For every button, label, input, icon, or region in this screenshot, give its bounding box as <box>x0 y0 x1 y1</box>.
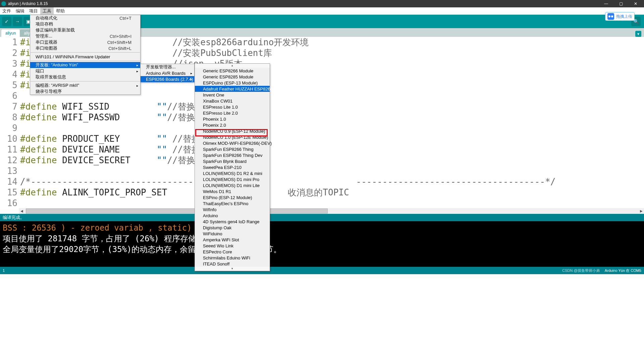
esp-board-item[interactable]: ESPresso Lite 2.0 <box>195 110 270 116</box>
esp-board-item[interactable]: Adafruit Feather HUZZAH ESP8266 <box>195 86 270 92</box>
horizontal-scrollbar[interactable]: ◀ ▶ <box>19 208 644 214</box>
esp-board-item[interactable]: WiFiduino <box>195 231 270 237</box>
tools-item[interactable]: 项目存档 <box>30 21 140 27</box>
esp-board-item[interactable]: Olimex MOD-WIFI-ESP8266(-DEV) <box>195 140 270 146</box>
esp-board-item[interactable]: ESPino (ESP-12 Module) <box>195 194 270 200</box>
esp-board-item[interactable]: XinaBox CW01 <box>195 98 270 104</box>
scrollbar-thumb[interactable] <box>26 208 328 214</box>
line-gutter: 12345678910111213141516 <box>0 37 19 208</box>
drag-upload-badge[interactable]: 拖拽上传 <box>605 12 635 21</box>
boards-item[interactable]: Arduino AVR Boards <box>141 70 194 76</box>
boards-item[interactable]: 开发板管理器... <box>141 64 194 70</box>
esp-board-item[interactable]: Phoenix 1.0 <box>195 116 270 122</box>
esp-board-item[interactable]: NodeMCU 1.0 (ESP-12E Module) <box>195 134 270 140</box>
esp-board-item[interactable]: Invent One <box>195 92 270 98</box>
output-console[interactable]: BSS : 26536 ) - zeroed variab , static) … <box>0 221 644 267</box>
tools-item[interactable]: WiFi101 / WiFiNINA Firmware Updater <box>30 54 140 60</box>
tools-item[interactable]: 串口监视器Ctrl+Shift+M <box>30 39 140 45</box>
tools-item[interactable]: 串口绘图器Ctrl+Shift+L <box>30 45 140 51</box>
arduino-logo-icon <box>1 1 6 6</box>
upload-button[interactable]: → <box>13 17 22 26</box>
esp-board-item[interactable]: ITEAD Sonoff <box>195 261 270 267</box>
esp-board-item[interactable]: Arduino <box>195 213 270 219</box>
esp-board-item[interactable]: LOLIN(WEMOS) D1 mini Lite <box>195 182 270 188</box>
tools-item[interactable]: 修正编码并重新加载 <box>30 27 140 33</box>
window-title: aliyun | Arduino 1.8.15 <box>8 1 602 6</box>
scroll-up-icon[interactable]: ▴ <box>195 64 270 68</box>
esp-board-item[interactable]: ThaiEasyElec's ESPino <box>195 200 270 206</box>
footer-line: 1 <box>3 268 9 273</box>
esp-board-item[interactable]: ESPectro Core <box>195 249 270 255</box>
esp-board-item[interactable]: Amperka WiFi Slot <box>195 237 270 243</box>
esp-board-item[interactable]: ESPDuino (ESP-13 Module) <box>195 80 270 86</box>
scroll-left-icon[interactable]: ◀ <box>19 208 24 214</box>
tools-menu[interactable]: 自动格式化Ctrl+T项目存档修正编码并重新加载管理库...Ctrl+Shift… <box>30 15 141 95</box>
menu-工具[interactable]: 工具 <box>40 7 54 15</box>
esp-board-item[interactable]: Generic ESP8285 Module <box>195 74 270 80</box>
menubar: 文件编辑项目工具帮助 <box>0 7 644 15</box>
tools-item[interactable]: 端口 <box>30 68 140 74</box>
esp-board-item[interactable]: SparkFun Blynk Board <box>195 158 270 164</box>
compile-status: 编译完成。 <box>0 214 644 221</box>
tools-item[interactable]: 取得开发板信息 <box>30 74 140 80</box>
scroll-down-icon[interactable]: ▾ <box>195 267 270 271</box>
esp-board-item[interactable]: SweetPea ESP-210 <box>195 164 270 170</box>
tab-aliyun[interactable]: aliyun <box>1 29 20 37</box>
board-port-status: Arduino Yún 在 COM5 <box>605 268 641 273</box>
esp-board-item[interactable]: Seeed Wio Link <box>195 243 270 249</box>
menu-项目[interactable]: 项目 <box>27 7 40 15</box>
verify-button[interactable]: ✓ <box>2 17 11 26</box>
titlebar: aliyun | Arduino 1.8.15 — ▢ ✕ <box>0 0 644 7</box>
menu-帮助[interactable]: 帮助 <box>54 7 67 15</box>
tools-item[interactable]: 开发板: "Arduino Yún" <box>30 62 140 68</box>
esp-board-item[interactable]: Generic ESP8266 Module <box>195 68 270 74</box>
esp-board-item[interactable]: WifInfo <box>195 206 270 213</box>
cloud-icon <box>607 13 614 20</box>
esp8266-boards-submenu[interactable]: ▴Generic ESP8266 ModuleGeneric ESP8285 M… <box>195 63 270 271</box>
tab-menu-button[interactable]: ▼ <box>635 31 641 37</box>
drag-upload-label: 拖拽上传 <box>616 14 632 19</box>
esp-board-item[interactable]: NodeMCU 0.9 (ESP-12 Module) <box>195 128 270 134</box>
tools-item[interactable]: 编程器: "AVRISP mkII" <box>30 82 140 88</box>
esp-board-item[interactable]: ESPresso Lite 1.0 <box>195 104 270 110</box>
boards-item[interactable]: ESP8266 Boards (2.7.4) <box>141 76 194 82</box>
boards-submenu[interactable]: 开发板管理器...Arduino AVR BoardsESP8266 Board… <box>140 64 195 82</box>
menu-编辑[interactable]: 编辑 <box>13 7 27 15</box>
esp-board-item[interactable]: WeMos D1 R1 <box>195 188 270 194</box>
esp-board-item[interactable]: Phoenix 2.0 <box>195 122 270 128</box>
watermark: CSDN @摸鱼带师小弟 <box>562 268 599 273</box>
footer: 1 CSDN @摸鱼带师小弟 Arduino Yún 在 COM5 <box>0 267 644 274</box>
tools-item[interactable]: 烧录引导程序 <box>30 88 140 95</box>
esp-board-item[interactable]: SparkFun ESP8266 Thing Dev <box>195 152 270 158</box>
maximize-button[interactable]: ▢ <box>616 1 625 6</box>
menu-文件[interactable]: 文件 <box>0 7 13 15</box>
esp-board-item[interactable]: 4D Systems gen4 IoD Range <box>195 219 270 225</box>
esp-board-item[interactable]: LOLIN(WEMOS) D1 R2 & mini <box>195 170 270 176</box>
close-button[interactable]: ✕ <box>631 1 640 6</box>
scroll-right-icon[interactable]: ▶ <box>638 208 644 214</box>
esp-board-item[interactable]: Digistump Oak <box>195 225 270 231</box>
tools-item[interactable]: 自动格式化Ctrl+T <box>30 15 140 21</box>
minimize-button[interactable]: — <box>602 1 610 6</box>
esp-board-item[interactable]: LOLIN(WEMOS) D1 mini Pro <box>195 176 270 182</box>
esp-board-item[interactable]: Schirmilabs Eduino WiFi <box>195 255 270 261</box>
esp-board-item[interactable]: SparkFun ESP8266 Thing <box>195 146 270 152</box>
tools-item[interactable]: 管理库...Ctrl+Shift+I <box>30 33 140 39</box>
